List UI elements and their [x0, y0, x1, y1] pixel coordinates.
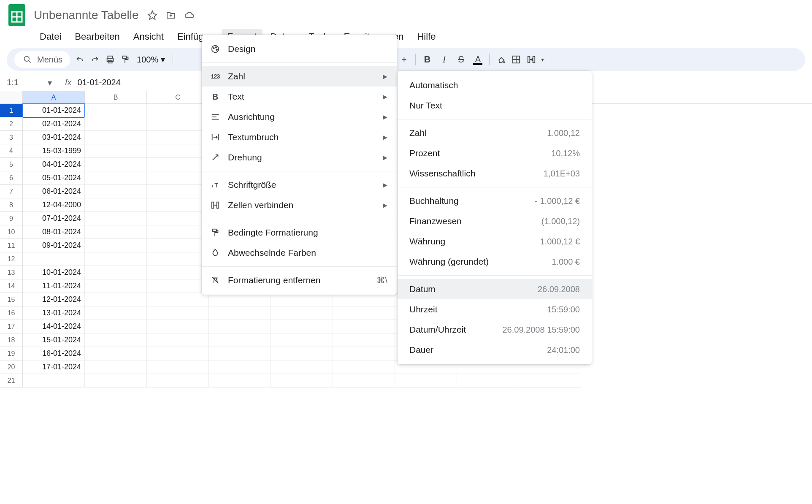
row-header[interactable]: 16	[0, 306, 23, 320]
cell[interactable]: 09-01-2024	[23, 239, 85, 252]
cell[interactable]	[147, 225, 209, 239]
cell[interactable]: 08-01-2024	[23, 225, 85, 239]
cell[interactable]	[147, 279, 209, 293]
row-header[interactable]: 5	[0, 158, 23, 171]
submenu-item-duration[interactable]: Dauer 24:01:00	[398, 340, 592, 360]
submenu-item-currency-rounded[interactable]: Währung (gerundet) 1.000 €	[398, 252, 592, 272]
cell[interactable]	[85, 104, 147, 117]
submenu-item-currency[interactable]: Währung 1.000,12 €	[398, 231, 592, 252]
menu-item-conditional[interactable]: Bedingte Formatierung	[202, 222, 397, 243]
cell[interactable]	[85, 144, 147, 158]
cell[interactable]	[147, 185, 209, 198]
cell[interactable]: 15-01-2024	[23, 333, 85, 347]
row-header[interactable]: 4	[0, 144, 23, 158]
row-header[interactable]: 2	[0, 117, 23, 131]
cell[interactable]	[147, 212, 209, 225]
cell[interactable]: 07-01-2024	[23, 212, 85, 225]
row-header[interactable]: 15	[0, 293, 23, 306]
cell[interactable]	[85, 252, 147, 266]
cell[interactable]: 12-01-2024	[23, 293, 85, 306]
merge-cells-icon[interactable]	[526, 54, 537, 65]
cell[interactable]	[147, 239, 209, 252]
cell[interactable]	[147, 131, 209, 144]
row-header[interactable]: 19	[0, 347, 23, 360]
cell[interactable]	[147, 252, 209, 266]
cell[interactable]	[85, 360, 147, 374]
cell[interactable]	[209, 320, 271, 333]
cell[interactable]: 02-01-2024	[23, 117, 85, 131]
menu-item-alternating[interactable]: Abwechselnde Farben	[202, 243, 397, 263]
submenu-item-scientific[interactable]: Wissenschaftlich 1,01E+03	[398, 163, 592, 184]
sheets-logo-icon[interactable]	[7, 3, 27, 27]
print-icon[interactable]	[105, 54, 116, 65]
cell[interactable]	[209, 347, 271, 360]
cell[interactable]: 15-03-1999	[23, 144, 85, 158]
cell[interactable]	[147, 266, 209, 279]
cell[interactable]	[271, 320, 333, 333]
cell[interactable]	[85, 158, 147, 171]
cell[interactable]	[147, 171, 209, 185]
menu-item-rotation[interactable]: Drehung ▶	[202, 147, 397, 168]
name-box[interactable]: 1:1 ▾	[0, 74, 59, 91]
cell[interactable]	[147, 306, 209, 320]
cell[interactable]	[85, 266, 147, 279]
cell[interactable]	[85, 293, 147, 306]
row-header[interactable]: 17	[0, 320, 23, 333]
font-size-increase-icon[interactable]: +	[398, 54, 409, 65]
cloud-icon[interactable]	[184, 10, 195, 20]
row-header[interactable]: 12	[0, 252, 23, 266]
cell[interactable]: 01-01-2024	[23, 104, 85, 117]
cell[interactable]: 04-01-2024	[23, 158, 85, 171]
redo-icon[interactable]	[89, 54, 100, 65]
row-header[interactable]: 3	[0, 131, 23, 144]
menu-view[interactable]: Ansicht	[127, 29, 170, 45]
cell[interactable]	[271, 293, 333, 306]
row-header[interactable]: 21	[0, 374, 23, 387]
row-header[interactable]: 1	[0, 104, 23, 117]
menu-item-fontsize[interactable]: TT Schriftgröße ▶	[202, 175, 397, 195]
row-header[interactable]: 20	[0, 360, 23, 374]
text-color-icon[interactable]: A	[472, 54, 483, 65]
submenu-item-date[interactable]: Datum 26.09.2008	[398, 279, 592, 299]
cell[interactable]: 12-04-2000	[23, 198, 85, 212]
column-header[interactable]: B	[85, 91, 147, 103]
cell[interactable]: 03-01-2024	[23, 131, 85, 144]
menu-item-number[interactable]: 123 Zahl ▶	[202, 66, 397, 87]
submenu-item-datetime[interactable]: Datum/Uhrzeit 26.09.2008 15:59:00	[398, 320, 592, 340]
cell[interactable]	[85, 374, 147, 387]
formula-input[interactable]: 01-01-2024	[78, 78, 121, 87]
menu-help[interactable]: Hilfe	[411, 29, 441, 45]
cell[interactable]	[271, 360, 333, 374]
cell[interactable]	[209, 374, 271, 387]
menu-item-text[interactable]: B Text ▶	[202, 87, 397, 107]
fill-color-icon[interactable]	[495, 54, 506, 65]
cell[interactable]: 16-01-2024	[23, 347, 85, 360]
cell[interactable]	[147, 117, 209, 131]
cell[interactable]	[271, 306, 333, 320]
row-header[interactable]: 9	[0, 212, 23, 225]
cell[interactable]	[85, 333, 147, 347]
row-header[interactable]: 18	[0, 333, 23, 347]
cell[interactable]: 14-01-2024	[23, 320, 85, 333]
submenu-item-automatic[interactable]: Automatisch	[398, 75, 592, 95]
zoom-select[interactable]: 100% ▾	[135, 54, 167, 65]
cell[interactable]	[333, 360, 395, 374]
cell[interactable]	[85, 198, 147, 212]
cell[interactable]	[85, 306, 147, 320]
cell[interactable]	[85, 279, 147, 293]
cell[interactable]	[23, 374, 85, 387]
cell[interactable]	[457, 374, 519, 387]
cell[interactable]	[85, 239, 147, 252]
cell[interactable]	[333, 320, 395, 333]
undo-icon[interactable]	[74, 54, 85, 65]
cell[interactable]	[147, 374, 209, 387]
chevron-down-icon[interactable]: ▾	[541, 56, 544, 63]
cell[interactable]	[333, 374, 395, 387]
cell[interactable]	[271, 374, 333, 387]
cell[interactable]	[85, 212, 147, 225]
row-header[interactable]: 11	[0, 239, 23, 252]
cell[interactable]	[209, 333, 271, 347]
cell[interactable]	[147, 104, 209, 117]
borders-icon[interactable]	[511, 54, 522, 65]
row-header[interactable]: 6	[0, 171, 23, 185]
